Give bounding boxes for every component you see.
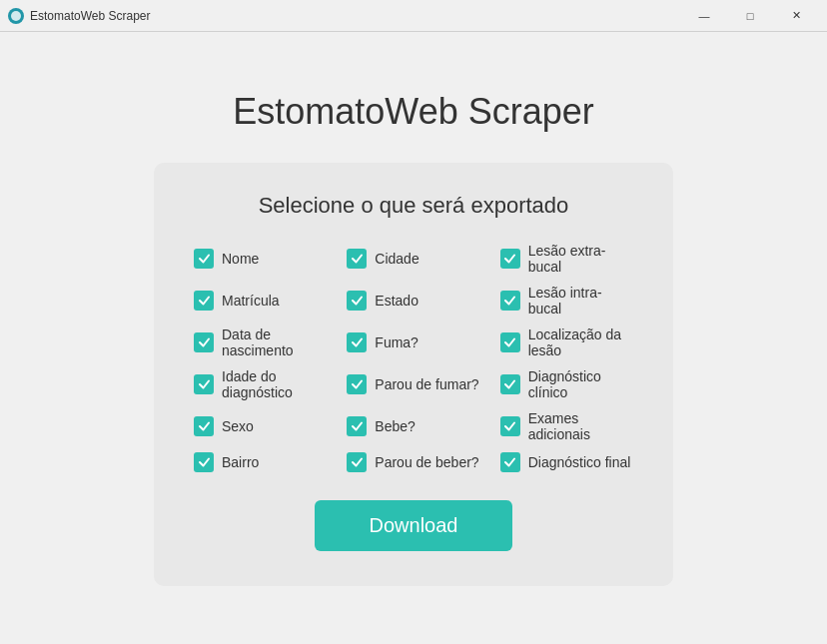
checkbox-label-parou-fumar: Parou de fumar?: [375, 376, 478, 392]
checkbox-item-diagnostico-final: Diagnóstico final: [500, 452, 633, 472]
checkbox-item-cidade: Cidade: [347, 243, 479, 275]
maximize-button[interactable]: □: [727, 0, 773, 32]
card-subtitle: Selecione o que será exportado: [259, 193, 569, 219]
checkbox-lesao-extra[interactable]: [500, 249, 520, 269]
checkbox-item-parou-beber: Parou de beber?: [347, 452, 479, 472]
checkbox-label-lesao-extra: Lesão extra-bucal: [528, 243, 633, 275]
checkbox-label-estado: Estado: [375, 293, 418, 309]
export-card: Selecione o que será exportado Nome Cida…: [154, 163, 673, 586]
window-title: EstomatoWeb Scraper: [30, 9, 151, 23]
main-content: EstomatoWeb Scraper Selecione o que será…: [0, 32, 827, 644]
svg-point-0: [11, 11, 21, 21]
checkbox-fuma[interactable]: [347, 332, 367, 352]
checkbox-parou-fumar[interactable]: [347, 374, 367, 394]
checkbox-bebe[interactable]: [347, 416, 367, 436]
checkbox-item-lesao-intra: Lesão intra-bucal: [500, 285, 633, 317]
checkbox-item-idade-diagnostico: Idade do diagnóstico: [194, 368, 327, 400]
checkbox-item-matricula: Matrícula: [194, 285, 327, 317]
checkbox-label-matricula: Matrícula: [222, 293, 280, 309]
checkbox-item-exames: Exames adicionais: [500, 410, 633, 442]
checkbox-lesao-intra[interactable]: [500, 291, 520, 311]
checkbox-item-data-nascimento: Data de nascimento: [194, 326, 327, 358]
checkbox-label-bebe: Bebe?: [375, 418, 414, 434]
checkbox-label-idade-diagnostico: Idade do diagnóstico: [222, 368, 327, 400]
download-button[interactable]: Download: [315, 500, 513, 551]
checkbox-item-sexo: Sexo: [194, 410, 327, 442]
title-bar-left: EstomatoWeb Scraper: [8, 8, 151, 24]
checkbox-label-localizacao: Localização da lesão: [528, 326, 633, 358]
checkbox-nome[interactable]: [194, 249, 214, 269]
checkbox-item-bairro: Bairro: [194, 452, 327, 472]
checkbox-exames[interactable]: [500, 416, 520, 436]
checkbox-bairro[interactable]: [194, 452, 214, 472]
checkbox-item-lesao-extra: Lesão extra-bucal: [500, 243, 633, 275]
app-title: EstomatoWeb Scraper: [233, 91, 594, 133]
checkbox-item-nome: Nome: [194, 243, 327, 275]
checkbox-cidade[interactable]: [347, 249, 367, 269]
checkbox-diagnostico-final[interactable]: [500, 452, 520, 472]
window-controls: — □ ✕: [681, 0, 819, 32]
checkbox-label-data-nascimento: Data de nascimento: [222, 326, 327, 358]
checkbox-label-bairro: Bairro: [222, 454, 259, 470]
checkbox-item-estado: Estado: [347, 285, 479, 317]
checkbox-data-nascimento[interactable]: [194, 332, 214, 352]
checkbox-item-bebe: Bebe?: [347, 410, 479, 442]
checkbox-item-parou-fumar: Parou de fumar?: [347, 368, 479, 400]
checkbox-label-nome: Nome: [222, 251, 259, 267]
checkboxes-grid: Nome Cidade Lesão extra-bucal Matrícula …: [194, 243, 633, 472]
checkbox-label-diagnostico-clinico: Diagnóstico clínico: [528, 368, 633, 400]
checkbox-matricula[interactable]: [194, 291, 214, 311]
close-button[interactable]: ✕: [773, 0, 819, 32]
checkbox-label-fuma: Fuma?: [375, 334, 418, 350]
title-bar: EstomatoWeb Scraper — □ ✕: [0, 0, 827, 32]
checkbox-sexo[interactable]: [194, 416, 214, 436]
checkbox-item-localizacao: Localização da lesão: [500, 326, 633, 358]
checkbox-label-exames: Exames adicionais: [528, 410, 633, 442]
checkbox-item-fuma: Fuma?: [347, 326, 479, 358]
checkbox-label-lesao-intra: Lesão intra-bucal: [528, 285, 633, 317]
checkbox-estado[interactable]: [347, 291, 367, 311]
checkbox-label-diagnostico-final: Diagnóstico final: [528, 454, 631, 470]
checkbox-label-sexo: Sexo: [222, 418, 254, 434]
app-icon: [8, 8, 24, 24]
checkbox-item-diagnostico-clinico: Diagnóstico clínico: [500, 368, 633, 400]
minimize-button[interactable]: —: [681, 0, 727, 32]
checkbox-label-cidade: Cidade: [375, 251, 418, 267]
checkbox-parou-beber[interactable]: [347, 452, 367, 472]
checkbox-localizacao[interactable]: [500, 332, 520, 352]
checkbox-diagnostico-clinico[interactable]: [500, 374, 520, 394]
checkbox-label-parou-beber: Parou de beber?: [375, 454, 478, 470]
checkbox-idade-diagnostico[interactable]: [194, 374, 214, 394]
